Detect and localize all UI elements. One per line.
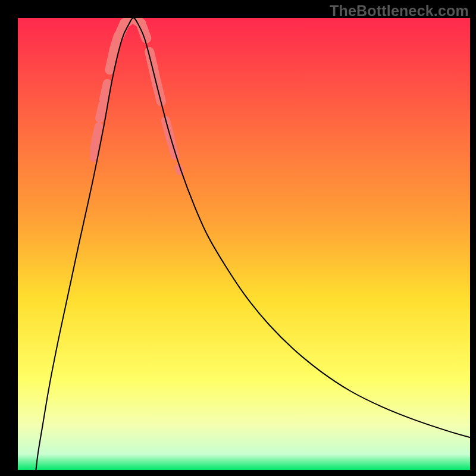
watermark-text: TheBottleneck.com — [330, 2, 469, 20]
svg-line-2 — [96, 126, 99, 139]
chart-svg — [18, 18, 470, 470]
svg-line-3 — [100, 105, 103, 118]
chart-frame: TheBottleneck.com — [0, 0, 476, 476]
svg-line-15 — [171, 140, 176, 156]
svg-line-4 — [104, 83, 107, 99]
plot-area — [18, 18, 470, 470]
gradient-background — [18, 18, 470, 470]
svg-line-16 — [179, 168, 180, 171]
